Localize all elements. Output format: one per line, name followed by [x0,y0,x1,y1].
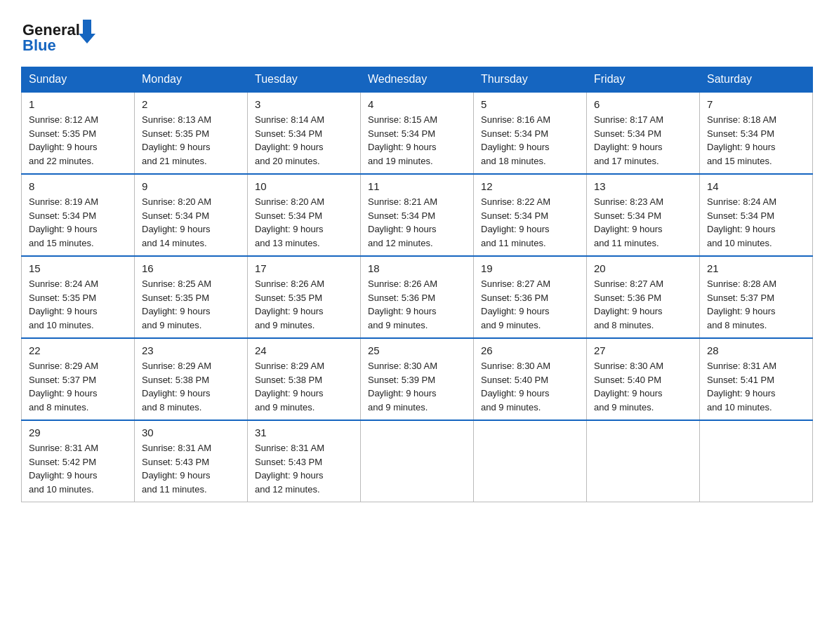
calendar-cell: 24 Sunrise: 8:29 AMSunset: 5:38 PMDaylig… [248,338,361,420]
day-number: 11 [368,180,466,192]
day-info: Sunrise: 8:22 AMSunset: 5:34 PMDaylight:… [481,195,579,250]
calendar-cell: 2 Sunrise: 8:13 AMSunset: 5:35 PMDayligh… [135,92,248,174]
day-info: Sunrise: 8:30 AMSunset: 5:39 PMDaylight:… [368,359,466,414]
day-number: 8 [29,180,127,192]
day-number: 31 [255,427,353,438]
calendar-cell [700,420,813,502]
calendar-cell: 1 Sunrise: 8:12 AMSunset: 5:35 PMDayligh… [22,92,135,174]
calendar-cell: 26 Sunrise: 8:30 AMSunset: 5:40 PMDaylig… [474,338,587,420]
day-number: 28 [707,344,805,356]
day-number: 29 [29,427,127,438]
calendar-cell [474,420,587,502]
week-row-5: 29 Sunrise: 8:31 AMSunset: 5:42 PMDaylig… [22,420,813,502]
day-info: Sunrise: 8:31 AMSunset: 5:43 PMDaylight:… [142,441,240,496]
calendar-cell: 3 Sunrise: 8:14 AMSunset: 5:34 PMDayligh… [248,92,361,174]
day-number: 2 [142,98,240,110]
calendar-cell [587,420,700,502]
calendar-cell [361,420,474,502]
calendar-cell: 14 Sunrise: 8:24 AMSunset: 5:34 PMDaylig… [700,174,813,256]
calendar-cell: 27 Sunrise: 8:30 AMSunset: 5:40 PMDaylig… [587,338,700,420]
calendar-cell: 19 Sunrise: 8:27 AMSunset: 5:36 PMDaylig… [474,256,587,338]
weekday-header-monday: Monday [135,67,248,93]
calendar-cell: 21 Sunrise: 8:28 AMSunset: 5:37 PMDaylig… [700,256,813,338]
calendar-cell: 5 Sunrise: 8:16 AMSunset: 5:34 PMDayligh… [474,92,587,174]
week-row-3: 15 Sunrise: 8:24 AMSunset: 5:35 PMDaylig… [22,256,813,338]
page-header: General Blue [21,14,813,53]
weekday-header-sunday: Sunday [22,67,135,93]
day-info: Sunrise: 8:20 AMSunset: 5:34 PMDaylight:… [255,195,353,250]
calendar-cell: 7 Sunrise: 8:18 AMSunset: 5:34 PMDayligh… [700,92,813,174]
day-info: Sunrise: 8:12 AMSunset: 5:35 PMDaylight:… [29,113,127,168]
calendar-cell: 31 Sunrise: 8:31 AMSunset: 5:43 PMDaylig… [248,420,361,502]
day-number: 18 [368,262,466,274]
calendar-cell: 30 Sunrise: 8:31 AMSunset: 5:43 PMDaylig… [135,420,248,502]
day-info: Sunrise: 8:29 AMSunset: 5:38 PMDaylight:… [255,359,353,414]
day-number: 12 [481,180,579,192]
day-number: 13 [594,180,692,192]
day-info: Sunrise: 8:14 AMSunset: 5:34 PMDaylight:… [255,113,353,168]
calendar-table: SundayMondayTuesdayWednesdayThursdayFrid… [21,67,813,502]
calendar-cell: 29 Sunrise: 8:31 AMSunset: 5:42 PMDaylig… [22,420,135,502]
day-number: 16 [142,262,240,274]
day-number: 4 [368,98,466,110]
day-info: Sunrise: 8:17 AMSunset: 5:34 PMDaylight:… [594,113,692,168]
calendar-cell: 28 Sunrise: 8:31 AMSunset: 5:41 PMDaylig… [700,338,813,420]
day-number: 26 [481,344,579,356]
day-info: Sunrise: 8:26 AMSunset: 5:35 PMDaylight:… [255,277,353,332]
day-info: Sunrise: 8:25 AMSunset: 5:35 PMDaylight:… [142,277,240,332]
day-number: 21 [707,262,805,274]
weekday-header-row: SundayMondayTuesdayWednesdayThursdayFrid… [22,67,813,93]
logo-svg: General Blue [21,14,98,53]
day-number: 17 [255,262,353,274]
day-info: Sunrise: 8:31 AMSunset: 5:43 PMDaylight:… [255,441,353,496]
calendar-cell: 6 Sunrise: 8:17 AMSunset: 5:34 PMDayligh… [587,92,700,174]
day-info: Sunrise: 8:16 AMSunset: 5:34 PMDaylight:… [481,113,579,168]
weekday-header-friday: Friday [587,67,700,93]
calendar-cell: 9 Sunrise: 8:20 AMSunset: 5:34 PMDayligh… [135,174,248,256]
day-number: 20 [594,262,692,274]
day-info: Sunrise: 8:21 AMSunset: 5:34 PMDaylight:… [368,195,466,250]
day-number: 19 [481,262,579,274]
day-number: 10 [255,180,353,192]
weekday-header-thursday: Thursday [474,67,587,93]
calendar-cell: 8 Sunrise: 8:19 AMSunset: 5:34 PMDayligh… [22,174,135,256]
logo: General Blue [21,14,98,53]
day-number: 23 [142,344,240,356]
calendar-cell: 25 Sunrise: 8:30 AMSunset: 5:39 PMDaylig… [361,338,474,420]
day-info: Sunrise: 8:20 AMSunset: 5:34 PMDaylight:… [142,195,240,250]
calendar-cell: 11 Sunrise: 8:21 AMSunset: 5:34 PMDaylig… [361,174,474,256]
day-number: 9 [142,180,240,192]
calendar-cell: 22 Sunrise: 8:29 AMSunset: 5:37 PMDaylig… [22,338,135,420]
day-info: Sunrise: 8:23 AMSunset: 5:34 PMDaylight:… [594,195,692,250]
day-number: 1 [29,98,127,110]
week-row-1: 1 Sunrise: 8:12 AMSunset: 5:35 PMDayligh… [22,92,813,174]
day-info: Sunrise: 8:27 AMSunset: 5:36 PMDaylight:… [481,277,579,332]
calendar-cell: 4 Sunrise: 8:15 AMSunset: 5:34 PMDayligh… [361,92,474,174]
calendar-cell: 23 Sunrise: 8:29 AMSunset: 5:38 PMDaylig… [135,338,248,420]
calendar-cell: 10 Sunrise: 8:20 AMSunset: 5:34 PMDaylig… [248,174,361,256]
day-number: 30 [142,427,240,438]
day-number: 22 [29,344,127,356]
weekday-header-saturday: Saturday [700,67,813,93]
day-info: Sunrise: 8:30 AMSunset: 5:40 PMDaylight:… [594,359,692,414]
calendar-cell: 20 Sunrise: 8:27 AMSunset: 5:36 PMDaylig… [587,256,700,338]
day-info: Sunrise: 8:15 AMSunset: 5:34 PMDaylight:… [368,113,466,168]
week-row-2: 8 Sunrise: 8:19 AMSunset: 5:34 PMDayligh… [22,174,813,256]
day-info: Sunrise: 8:31 AMSunset: 5:41 PMDaylight:… [707,359,805,414]
day-info: Sunrise: 8:30 AMSunset: 5:40 PMDaylight:… [481,359,579,414]
weekday-header-wednesday: Wednesday [361,67,474,93]
svg-marker-1 [79,20,95,43]
day-number: 3 [255,98,353,110]
day-number: 7 [707,98,805,110]
calendar-cell: 15 Sunrise: 8:24 AMSunset: 5:35 PMDaylig… [22,256,135,338]
day-info: Sunrise: 8:28 AMSunset: 5:37 PMDaylight:… [707,277,805,332]
day-info: Sunrise: 8:29 AMSunset: 5:38 PMDaylight:… [142,359,240,414]
calendar-cell: 12 Sunrise: 8:22 AMSunset: 5:34 PMDaylig… [474,174,587,256]
day-info: Sunrise: 8:29 AMSunset: 5:37 PMDaylight:… [29,359,127,414]
day-info: Sunrise: 8:24 AMSunset: 5:34 PMDaylight:… [707,195,805,250]
day-info: Sunrise: 8:24 AMSunset: 5:35 PMDaylight:… [29,277,127,332]
day-number: 25 [368,344,466,356]
day-info: Sunrise: 8:18 AMSunset: 5:34 PMDaylight:… [707,113,805,168]
calendar-cell: 13 Sunrise: 8:23 AMSunset: 5:34 PMDaylig… [587,174,700,256]
day-number: 24 [255,344,353,356]
